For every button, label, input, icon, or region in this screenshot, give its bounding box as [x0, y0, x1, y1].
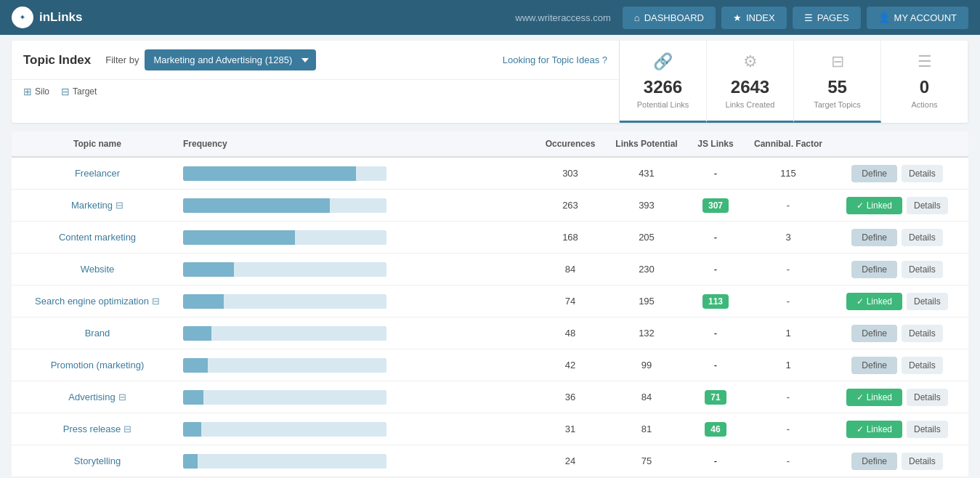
cell-actions: DefineDetails [832, 261, 963, 278]
stat-target-topics: ⊟ 55 Target Topics [794, 41, 881, 123]
details-button[interactable]: Details [907, 389, 948, 406]
cell-js-links: - [687, 264, 745, 275]
cell-links-potential: 84 [607, 392, 687, 402]
target-topics-value: 55 [803, 77, 872, 97]
stat-actions: ☰ 0 Actions [881, 41, 968, 123]
filter-label: Filter by [105, 54, 139, 65]
th-cannibal: Cannibal. Factor [745, 139, 832, 149]
topic-link[interactable]: Storytelling [74, 455, 121, 466]
linked-button[interactable]: ✓ Linked [846, 389, 902, 406]
frequency-bar [183, 422, 386, 437]
links-created-value: 2643 [716, 77, 785, 97]
details-button[interactable]: Details [902, 165, 943, 182]
cell-topic-name: Brand [17, 328, 177, 339]
linked-button[interactable]: ✓ Linked [846, 197, 902, 214]
cell-frequency [177, 358, 534, 373]
details-button[interactable]: Details [902, 325, 943, 342]
cell-actions: DefineDetails [832, 453, 963, 470]
frequency-bar [183, 230, 386, 245]
define-button[interactable]: Define [851, 325, 897, 342]
topic-link[interactable]: Search engine optimization [35, 296, 149, 307]
frequency-bar [183, 198, 386, 213]
target-icon: ⊟ [152, 296, 160, 307]
topic-link[interactable]: Website [81, 264, 115, 275]
cell-occurrences: 84 [534, 264, 607, 275]
target-icon: ⊟ [61, 86, 70, 97]
link-icon: 🔗 [628, 52, 697, 71]
define-button[interactable]: Define [851, 229, 897, 246]
potential-links-value: 3266 [628, 77, 697, 97]
cell-cannibal-factor: - [745, 455, 832, 466]
define-button[interactable]: Define [851, 453, 897, 470]
topic-link[interactable]: Freelancer [75, 168, 120, 179]
cell-topic-name: Freelancer [17, 168, 177, 179]
define-button[interactable]: Define [851, 165, 897, 182]
logo-icon: ✦ [12, 7, 33, 28]
cell-occurrences: 168 [534, 232, 607, 243]
legend-row: ⊞ Silo ⊟ Target [12, 80, 619, 105]
linked-button[interactable]: ✓ Linked [846, 421, 902, 438]
cell-js-links: - [687, 328, 745, 339]
actions-icon: ☰ [890, 52, 959, 71]
cell-cannibal-factor: - [745, 392, 832, 402]
cell-frequency [177, 262, 534, 277]
details-button[interactable]: Details [902, 357, 943, 374]
cell-frequency [177, 230, 534, 245]
cell-actions: DefineDetails [832, 325, 963, 342]
cell-links-potential: 195 [607, 296, 687, 307]
gear-icon: ⚙ [716, 52, 785, 71]
top-nav: ✦ inLinks www.writeraccess.com ⌂ DASHBOA… [0, 0, 980, 35]
stats-section: 🔗 3266 Potential Links ⚙ 2643 Links Crea… [619, 41, 968, 123]
cell-cannibal-factor: - [745, 200, 832, 211]
my-account-button[interactable]: 👤 MY ACCOUNT [867, 7, 968, 29]
table-row: Freelancer303431-115DefineDetails [12, 158, 968, 190]
details-button[interactable]: Details [902, 453, 943, 470]
topic-link[interactable]: Promotion (marketing) [51, 360, 145, 370]
cell-links-potential: 205 [607, 232, 687, 243]
cell-actions: DefineDetails [832, 229, 963, 246]
cell-links-potential: 431 [607, 168, 687, 179]
topic-ideas-link[interactable]: Looking for Topic Ideas ? [503, 54, 607, 65]
linked-button[interactable]: ✓ Linked [846, 293, 902, 310]
cell-occurrences: 303 [534, 168, 607, 179]
silo-icon: ⊞ [23, 86, 32, 97]
dashboard-button[interactable]: ⌂ DASHBOARD [623, 7, 716, 29]
cell-topic-name: Advertising ⊟ [17, 392, 177, 402]
cell-actions: DefineDetails [832, 165, 963, 182]
details-button[interactable]: Details [907, 293, 948, 310]
cell-js-links: 71 [687, 390, 745, 405]
th-topic: Topic name [17, 139, 177, 149]
actions-label: Actions [890, 100, 959, 109]
th-links: Links Potential [607, 139, 687, 149]
cell-actions: ✓ LinkedDetails [832, 389, 963, 406]
cell-js-links: 307 [687, 198, 745, 213]
cell-topic-name: Content marketing [17, 232, 177, 243]
define-button[interactable]: Define [851, 357, 897, 374]
topic-link[interactable]: Advertising [68, 392, 115, 402]
filter-dropdown[interactable]: Marketing and Advertising (1285) [145, 49, 316, 70]
details-button[interactable]: Details [902, 229, 943, 246]
topic-link[interactable]: Press release [63, 424, 121, 434]
cell-js-links: - [687, 232, 745, 243]
details-button[interactable]: Details [907, 421, 948, 438]
topic-link[interactable]: Content marketing [59, 232, 136, 243]
logo: ✦ inLinks [12, 7, 83, 28]
pages-button[interactable]: ☰ PAGES [793, 7, 861, 29]
cell-actions: DefineDetails [832, 357, 963, 374]
cell-cannibal-factor: - [745, 296, 832, 307]
details-button[interactable]: Details [902, 261, 943, 278]
target-topics-label: Target Topics [803, 100, 872, 109]
table-row: Website84230--DefineDetails [12, 254, 968, 285]
topic-link[interactable]: Brand [85, 328, 110, 339]
cell-actions: ✓ LinkedDetails [832, 293, 963, 310]
cell-links-potential: 393 [607, 200, 687, 211]
cell-topic-name: Press release ⊟ [17, 424, 177, 434]
target-topics-icon: ⊟ [803, 52, 872, 71]
table-row: Brand48132-1DefineDetails [12, 317, 968, 349]
details-button[interactable]: Details [907, 197, 948, 214]
cell-links-potential: 132 [607, 328, 687, 339]
topic-link[interactable]: Marketing [71, 200, 113, 211]
index-button[interactable]: ★ INDEX [721, 7, 787, 29]
define-button[interactable]: Define [851, 261, 897, 278]
js-links-badge: 307 [702, 198, 729, 213]
